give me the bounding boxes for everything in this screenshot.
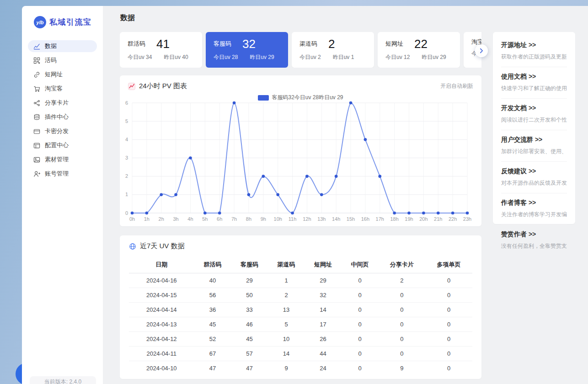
table-cell: 14 <box>305 303 342 317</box>
table-cell: 2 <box>378 273 425 288</box>
link-description: 对本开源作品的反馈及开发建... <box>501 179 567 187</box>
svg-text:3: 3 <box>125 155 128 160</box>
sidebar-item-配置中心[interactable]: 配置中心 <box>28 139 97 151</box>
sidebar-item-分享卡片[interactable]: 分享卡片 <box>28 97 97 109</box>
link-description: 没有任何盈利，全靠赞赏支持... <box>501 242 567 250</box>
table-cell: 0 <box>378 332 425 347</box>
stat-card-label: 客服码 <box>214 40 231 48</box>
link-item-赞赏作者[interactable]: 赞赏作者 >> 没有任何盈利，全靠赞赏支持... <box>501 225 567 256</box>
table-cell: 0 <box>425 288 472 303</box>
table-cell: 0 <box>342 347 379 361</box>
table-column-header: 中间页 <box>342 256 379 273</box>
table-cell: 36 <box>194 303 231 317</box>
sidebar-item-数据[interactable]: 数据 <box>28 40 97 52</box>
sidebar-item-label: 分享卡片 <box>45 99 69 107</box>
table-column-header: 日期 <box>129 256 194 273</box>
app-logo: ylb 私域引流宝 <box>22 6 103 28</box>
link-item-反馈建议[interactable]: 反馈建议 >> 对本开源作品的反馈及开发建... <box>501 162 567 193</box>
table-cell-date: 2024-04-12 <box>129 332 194 347</box>
table-column-header: 多项单页 <box>425 256 472 273</box>
table-cell: 0 <box>342 273 379 288</box>
chart-title: 24小时 PV 图表 <box>139 82 187 91</box>
stat-card-today-uv: 今日uv 2 <box>299 53 321 61</box>
table-cell: 47 <box>194 361 231 376</box>
link-item-使用文档[interactable]: 使用文档 >> 快速学习和了解正确的使用姿... <box>501 67 567 99</box>
table-cell: 13 <box>268 303 305 317</box>
sidebar-item-卡密分发[interactable]: 卡密分发 <box>28 125 97 137</box>
link-title: 开发文档 >> <box>501 104 567 112</box>
stat-card-yesterday-uv: 昨日uv 40 <box>164 53 188 61</box>
cart-icon <box>33 85 40 92</box>
table-cell: 2 <box>268 288 305 303</box>
link-title: 使用文档 >> <box>501 73 567 81</box>
stat-card-sub: 今日uv 28 昨日uv 29 <box>214 53 280 61</box>
table-cell: 0 <box>425 317 472 332</box>
sidebar-item-label: 数据 <box>45 42 57 50</box>
link-arrow: >> <box>529 167 536 175</box>
table-row: 2024-04-104747924090 <box>129 361 472 376</box>
sidebar-item-短网址[interactable]: 短网址 <box>28 69 97 80</box>
svg-text:0: 0 <box>125 210 128 216</box>
stat-card-yesterday-uv: 昨日uv 29 <box>422 53 446 61</box>
table-cell: 1 <box>268 273 305 288</box>
sidebar-item-活码[interactable]: 活码 <box>28 54 97 66</box>
table-row: 2024-04-1436331314000 <box>129 303 472 317</box>
table-cell: 0 <box>425 273 472 288</box>
sidebar-item-账号管理[interactable]: 账号管理 <box>28 168 97 180</box>
table-cell: 26 <box>305 332 342 347</box>
stat-card-sub: 今日uv 34 昨日uv 40 <box>128 53 194 61</box>
stat-card-yesterday-uv: 昨日uv 29 <box>250 53 274 61</box>
stat-card-渠道码[interactable]: 渠道码 2 今日uv 2 昨日uv 1 <box>292 32 374 68</box>
qr-icon <box>33 57 40 64</box>
table-cell: 0 <box>425 332 472 347</box>
link-item-开发文档[interactable]: 开发文档 >> 阅读以进行二次开发和个性化... <box>501 99 567 130</box>
stat-card-value: 2 <box>328 38 335 50</box>
table-row: 2024-04-155650232000 <box>129 288 472 303</box>
stat-card-群活码[interactable]: 群活码 41 今日uv 34 昨日uv 40 <box>120 32 202 68</box>
link-description: 获取作者的正版源码及更新动... <box>501 53 567 61</box>
user-add-icon <box>33 171 40 177</box>
table-card-header: 近7天 UV 数据 <box>129 242 472 251</box>
table-cell: 0 <box>378 317 425 332</box>
table-cell-date: 2024-04-14 <box>129 303 194 317</box>
table-cell: 47 <box>231 361 268 376</box>
stat-card-label: 短网址 <box>385 40 403 48</box>
table-cell: 10 <box>268 332 305 347</box>
svg-text:17h: 17h <box>376 216 384 222</box>
image-icon <box>33 156 40 163</box>
table-cell-date: 2024-04-15 <box>129 288 194 303</box>
link-item-用户交流群[interactable]: 用户交流群 >> 加群讨论部署安装、使用、开... <box>501 130 567 162</box>
card-icon <box>33 128 40 135</box>
table-cell: 17 <box>305 317 342 332</box>
svg-text:10h: 10h <box>274 216 282 222</box>
sidebar-item-淘宝客[interactable]: 淘宝客 <box>28 83 97 95</box>
sidebar-item-素材管理[interactable]: 素材管理 <box>28 154 97 165</box>
cards-next-button[interactable] <box>475 44 488 57</box>
sidebar-item-插件中心[interactable]: 插件中心 <box>28 111 97 123</box>
svg-text:4h: 4h <box>187 216 193 222</box>
link-title: 开源地址 >> <box>501 41 567 49</box>
table-cell: 67 <box>194 347 231 361</box>
table-cell: 5 <box>268 317 305 332</box>
sidebar-menu: 数据活码短网址淘宝客分享卡片插件中心卡密分发配置中心素材管理账号管理 <box>22 40 103 180</box>
stat-card-label: 渠道码 <box>299 40 317 48</box>
svg-text:14h: 14h <box>332 216 340 222</box>
table-cell: 0 <box>378 347 425 361</box>
sidebar-item-label: 账号管理 <box>45 170 69 178</box>
table-column-header: 短网址 <box>305 256 342 273</box>
table-cell: 0 <box>425 361 472 376</box>
svg-text:4: 4 <box>125 137 128 142</box>
stat-card-短网址[interactable]: 短网址 22 今日uv 12 昨日uv 29 <box>378 32 460 68</box>
table-cell: 44 <box>305 347 342 361</box>
link-item-开源地址[interactable]: 开源地址 >> 获取作者的正版源码及更新动... <box>501 36 567 67</box>
table-cell: 57 <box>231 347 268 361</box>
globe-icon <box>129 243 136 250</box>
stat-card-label: 群活码 <box>128 40 145 48</box>
stat-card-客服码[interactable]: 客服码 32 今日uv 28 昨日uv 29 <box>206 32 288 68</box>
svg-text:0h: 0h <box>129 216 135 222</box>
auto-refresh-link[interactable]: 开启自动刷新 <box>440 82 473 90</box>
table-column-header: 群活码 <box>194 256 231 273</box>
stat-card-value: 32 <box>242 38 256 50</box>
link-item-作者博客[interactable]: 作者博客 >> 关注作者的博客学习开发编程... <box>501 193 567 225</box>
stat-card-today-uv: 今日uv 28 <box>214 53 238 61</box>
